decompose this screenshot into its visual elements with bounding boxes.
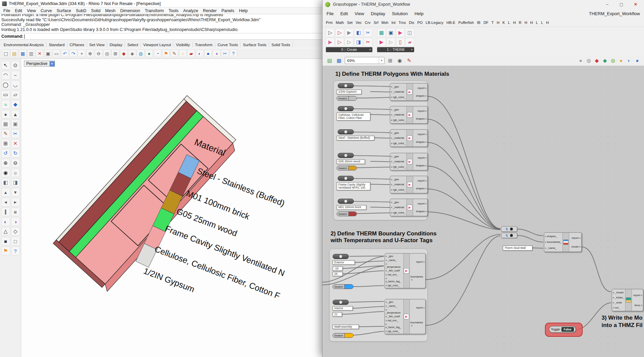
shaded-view-icon[interactable]: ◐: [196, 50, 204, 57]
geometry-param[interactable]: [338, 83, 354, 88]
redo-icon[interactable]: ↷: [69, 50, 77, 57]
arc-icon[interactable]: ◠: [1, 71, 10, 79]
select-cursor-icon[interactable]: ↖: [1, 61, 10, 70]
boundary-name-panel[interactable]: Exterior: [333, 260, 355, 265]
gumball-icon[interactable]: ◆: [120, 50, 128, 57]
film-coeff-panel[interactable]: 26: [333, 272, 343, 276]
category-tab[interactable]: H: [546, 21, 549, 25]
therm-polygon-icon[interactable]: ▶: [396, 28, 405, 37]
viewport-dropdown-icon[interactable]: ▾: [50, 61, 55, 66]
category-tab[interactable]: Dis: [409, 21, 414, 25]
gh-menu-view[interactable]: View: [355, 11, 364, 16]
category-tab[interactable]: Crv: [365, 21, 371, 25]
grid-snap-icon[interactable]: ⊞: [112, 50, 119, 57]
toolbar-tab[interactable]: Standard: [47, 42, 67, 48]
boundary-geometry-param[interactable]: [333, 254, 349, 259]
boundary-geometry-param[interactable]: [333, 300, 349, 305]
new-file-icon[interactable]: ▢: [2, 50, 10, 57]
rotate-ccw-icon[interactable]: ↺: [1, 149, 10, 158]
undo-icon[interactable]: ↶: [61, 50, 69, 57]
point-icon[interactable]: ⊙: [11, 61, 20, 70]
toolbar-tab[interactable]: Set View: [87, 42, 107, 48]
category-tab[interactable]: Set: [347, 21, 353, 25]
gh-menu-display[interactable]: Display: [371, 11, 385, 16]
pan-icon[interactable]: +: [78, 50, 86, 57]
close-button[interactable]: ✕: [630, 1, 641, 8]
therm-write-icon[interactable]: ▰: [405, 38, 414, 46]
rotate-icon[interactable]: ◈: [128, 50, 136, 57]
model-name-panel[interactable]: Therm Stud Wall: [503, 246, 532, 251]
half-square2-icon[interactable]: ◨: [354, 38, 363, 46]
therm-boundary-component[interactable]: _geo _name_ _temperature _film_coeff rad…: [385, 253, 426, 288]
shade-icon[interactable]: ◐: [1, 217, 10, 226]
rhino-menu-item[interactable]: Analyze: [183, 8, 198, 13]
material-name-panel[interactable]: Frame Cavity SlightlyVentilated NFRC 100: [337, 182, 370, 190]
rhino-menu-item[interactable]: Render: [203, 8, 217, 13]
ribbon-group-create-caption[interactable]: 0 :: Create +: [326, 47, 372, 52]
gem-blue-icon[interactable]: ●: [634, 57, 641, 64]
focus-tool-icon[interactable]: ◉: [1, 168, 10, 177]
material-name-panel[interactable]: M01 100mm brick: [337, 205, 366, 210]
rhino-menu-item[interactable]: Help: [239, 8, 248, 13]
therm-polygon-component[interactable]: _geo_materialrgb_color_ ▶ reportshapes: [390, 153, 428, 170]
toolbar-tab[interactable]: Surface Tools: [241, 42, 269, 48]
annotate-icon[interactable]: ✎: [171, 50, 178, 57]
offset-icon[interactable]: ∥: [1, 207, 10, 216]
mesh-preview-icon[interactable]: ◍: [585, 57, 592, 64]
geometry-param[interactable]: [338, 153, 354, 158]
boolean-toggle[interactable]: Toggle False: [549, 326, 576, 333]
preview-eye-icon[interactable]: ◉: [396, 57, 403, 64]
rhino-menu-item[interactable]: Edit: [15, 8, 22, 13]
toolbar-tab[interactable]: CPlanes: [67, 42, 87, 48]
boundary-color-swatch[interactable]: Swatch: [333, 333, 354, 338]
material-name-panel[interactable]: Steel - Stainless (Buffed): [337, 136, 374, 140]
toolbar-tab[interactable]: Transform: [193, 42, 215, 48]
rhino-menu-item[interactable]: Transform: [145, 8, 164, 13]
toolbar-tab[interactable]: Display: [107, 42, 125, 48]
category-tab[interactable]: H: [497, 21, 499, 25]
therm-material-icon[interactable]: ▦: [377, 28, 386, 37]
gem-green-icon[interactable]: ◆: [602, 57, 608, 64]
therm-polygon-component[interactable]: _geo_materialrgb_color_ ▶ reportshapes: [390, 83, 428, 101]
category-tab[interactable]: H: [530, 21, 533, 25]
rhino-menu-item[interactable]: SubD: [76, 8, 86, 13]
save-icon[interactable]: ▦: [19, 50, 27, 57]
category-tab[interactable]: H: [524, 21, 527, 25]
category-tab[interactable]: PO: [417, 21, 423, 25]
gh-menu-file[interactable]: File: [327, 11, 334, 16]
category-tab[interactable]: R: [519, 21, 521, 25]
globe-icon[interactable]: ◍: [137, 50, 145, 57]
zoom-dropdown[interactable]: 69% ▾: [345, 57, 385, 64]
array-icon[interactable]: ⊞: [1, 139, 10, 148]
arc-icon[interactable]: ◔: [154, 50, 161, 57]
gh-menu-edit[interactable]: Edit: [340, 11, 348, 16]
zoom-extents-icon[interactable]: ◎: [103, 50, 111, 57]
box-icon[interactable]: □: [11, 237, 20, 246]
category-tab[interactable]: Trns: [399, 21, 406, 25]
viewport-title-chip[interactable]: Perspective ▾: [24, 61, 55, 67]
diamond-icon[interactable]: ◇: [11, 227, 20, 236]
delete-tool-icon[interactable]: ✕: [11, 139, 20, 148]
surface-icon[interactable]: ≈: [1, 100, 10, 109]
split-icon[interactable]: ◧: [1, 178, 10, 187]
join-icon[interactable]: ◨: [11, 178, 20, 187]
scissors-red-icon[interactable]: ✂: [364, 38, 372, 46]
half-square-icon[interactable]: ◧: [354, 28, 363, 37]
material-tool-icon[interactable]: ◑: [11, 217, 20, 226]
category-tab[interactable]: L: [508, 21, 510, 25]
gem-lime-icon[interactable]: ◍: [610, 57, 616, 64]
rhino-menu-item[interactable]: Dimension: [120, 8, 140, 13]
material-name-panel[interactable]: G05 25mm wood: [337, 159, 365, 164]
gh-menu-solution[interactable]: Solution: [392, 11, 408, 16]
maximize-button[interactable]: ▢: [616, 1, 627, 8]
temperature-panel[interactable]: 21: [333, 312, 342, 317]
subd-icon[interactable]: ▣: [11, 120, 20, 128]
category-tab[interactable]: Srf: [374, 21, 378, 25]
category-tab[interactable]: LB-Legacy: [426, 21, 443, 25]
trim-icon[interactable]: ✂: [221, 50, 229, 57]
zoom-window-icon[interactable]: ⊞: [387, 57, 394, 64]
rectangle-icon[interactable]: ▭: [1, 90, 10, 99]
toolbar-tab[interactable]: Environmental Analysis: [1, 42, 47, 48]
toolbar-tab[interactable]: Viewport Layout: [141, 42, 174, 48]
toolbar-tab[interactable]: Select: [125, 42, 141, 48]
